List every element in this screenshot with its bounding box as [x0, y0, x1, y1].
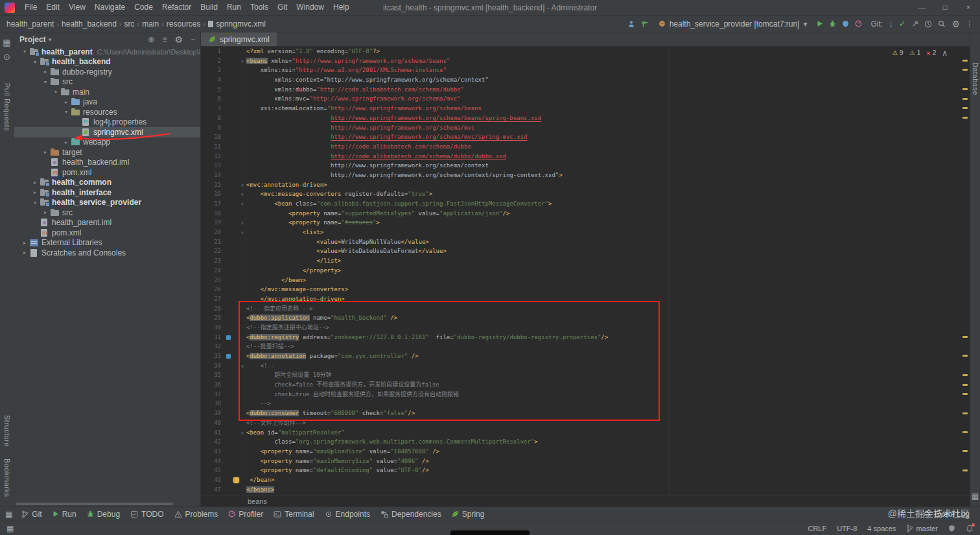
code-line[interactable]: 9http://www.springframework.org/schema/m…: [201, 123, 970, 133]
fold-icon[interactable]: ∨: [241, 190, 244, 200]
locate-icon[interactable]: ⊕: [148, 35, 154, 44]
collapse-all-icon[interactable]: ≡: [162, 35, 167, 44]
code-line[interactable]: 27</mvc:annotation-driven>: [201, 294, 970, 304]
tree-item[interactable]: ▸src: [14, 208, 200, 218]
code-text[interactable]: xmlns:mvc="http://www.springframework.or…: [246, 94, 970, 104]
tree-item[interactable]: ▾health_service_provider: [14, 198, 200, 208]
fold-icon[interactable]: ∨: [241, 228, 244, 238]
settings-icon[interactable]: ⚙: [951, 19, 960, 29]
tree-item[interactable]: ▸External Libraries: [14, 238, 200, 248]
git-branch-widget[interactable]: master: [906, 525, 938, 532]
code-line[interactable]: 29<dubbo:application name="health_backen…: [201, 313, 970, 323]
maximize-icon[interactable]: □: [933, 0, 957, 15]
more-icon[interactable]: ⋮: [966, 20, 974, 28]
toolwindow-spring[interactable]: Spring: [447, 507, 490, 521]
code-text[interactable]: http://www.springframework.org/schema/co…: [246, 161, 970, 171]
code-text[interactable]: <list>: [246, 228, 970, 237]
code-line[interactable]: 2∨<beans xmlns="http://www.springframewo…: [201, 56, 970, 66]
project-icon[interactable]: ▦: [3, 38, 10, 47]
status-crlf[interactable]: CRLF: [808, 525, 826, 532]
warning-stripe-mark[interactable]: [962, 450, 968, 452]
toolwindow-run[interactable]: Run: [47, 507, 82, 521]
tree-item[interactable]: ▸java: [14, 97, 200, 108]
code-text[interactable]: <bean id="multipartResolver": [246, 428, 970, 438]
minimize-icon[interactable]: —: [910, 0, 933, 15]
code-text[interactable]: <property name="features">: [246, 218, 970, 228]
code-text[interactable]: <value>WriteDateUseDateFormat</value>: [246, 246, 970, 256]
code-line[interactable]: 35超时全局设置 10分钟: [201, 370, 970, 380]
code-text[interactable]: </beans>: [246, 485, 970, 495]
code-text[interactable]: http://code.alibabatech.com/schema/dubbo: [246, 142, 970, 152]
code-line[interactable]: 10http://www.springframework.org/schema/…: [201, 132, 970, 142]
toolwindow-git[interactable]: Git: [16, 507, 47, 521]
code-text[interactable]: <mvc:message-converters register-default…: [246, 189, 970, 199]
warning-stripe-mark[interactable]: [962, 431, 968, 433]
code-line[interactable]: 8http://www.springframework.org/schema/b…: [201, 113, 970, 123]
chevron-expanded-icon[interactable]: ▾: [21, 49, 29, 54]
code-line[interactable]: 34∨<!--: [201, 361, 970, 371]
code-line[interactable]: 26</mvc:message-converters>: [201, 285, 970, 294]
code-text[interactable]: <mvc:annotation-driven>: [246, 180, 970, 190]
code-text[interactable]: http://code.alibabatech.com/schema/dubbo…: [246, 152, 970, 161]
project-panel-title[interactable]: Project: [19, 35, 46, 44]
code-line[interactable]: 24</property>: [201, 266, 970, 276]
fold-icon[interactable]: ∨: [241, 362, 244, 372]
search-icon[interactable]: [938, 20, 946, 28]
chevron-collapsed-icon[interactable]: ▸: [31, 189, 39, 195]
code-text[interactable]: check=false 不检查服务提供方，开发阶段建议设置为false: [246, 380, 970, 390]
build-hammer-icon[interactable]: [641, 20, 649, 28]
fold-icon[interactable]: ∨: [241, 429, 244, 438]
warning-stripe-mark[interactable]: [962, 117, 968, 119]
menu-window[interactable]: Window: [292, 0, 329, 15]
code-line[interactable]: 38-->: [201, 399, 970, 409]
breadcrumb-item[interactable]: main: [142, 19, 159, 29]
code-line[interactable]: 44<property name="maxInMemorySize" value…: [201, 457, 970, 466]
code-line[interactable]: 3xmlns:xsi="http://www.w3.org/2001/XMLSc…: [201, 65, 970, 75]
chevron-collapsed-icon[interactable]: ▸: [62, 99, 70, 105]
code-text[interactable]: http://www.springframework.org/schema/be…: [246, 113, 970, 123]
code-text[interactable]: <property name="supportedMediaTypes" val…: [246, 209, 970, 219]
update-icon[interactable]: ↓: [889, 19, 893, 28]
chevron-collapsed-icon[interactable]: ▸: [41, 149, 49, 155]
tree-item[interactable]: ▸Scratches and Consoles: [14, 248, 200, 258]
code-line[interactable]: 30<!--指定服务注册中心地址-->: [201, 323, 970, 333]
code-line[interactable]: 11http://code.alibabatech.com/schema/dub…: [201, 142, 970, 152]
warning-stripe-mark[interactable]: [962, 355, 968, 357]
close-icon[interactable]: ×: [957, 0, 980, 15]
code-line[interactable]: 42class="org.springframework.web.multipa…: [201, 437, 970, 447]
code-text[interactable]: -->: [246, 399, 970, 409]
code-text[interactable]: <property name="maxUploadSize" value="10…: [246, 447, 970, 457]
coverage-icon[interactable]: [842, 20, 849, 28]
code-line[interactable]: 43<property name="maxUploadSize" value="…: [201, 447, 970, 457]
menu-run[interactable]: Run: [222, 0, 246, 15]
breadcrumb-beans[interactable]: beans: [248, 497, 267, 505]
code-line[interactable]: 20∨<list>: [201, 228, 970, 237]
code-line[interactable]: 7xsi:schemaLocation="http://www.springfr…: [201, 104, 970, 113]
toolwindow-todo[interactable]: TODO: [125, 507, 169, 521]
layout-icon[interactable]: ▦: [972, 492, 979, 500]
chevron-expanded-icon[interactable]: ▾: [31, 200, 39, 206]
chevron-expanded-icon[interactable]: ▾: [52, 89, 60, 95]
menu-navigate[interactable]: Navigate: [90, 0, 130, 15]
code-text[interactable]: <bean class="com.alibaba.fastjson.suppor…: [246, 199, 970, 209]
breadcrumb-item[interactable]: health_backend: [62, 19, 117, 29]
inspections-widget[interactable]: ⚠9 ⚠1 ×2 ∧: [889, 48, 950, 59]
tree-item[interactable]: ▾src: [14, 77, 200, 88]
menu-code[interactable]: Code: [130, 0, 158, 15]
code-text[interactable]: <dubbo:registry address="zookeeper://127…: [246, 333, 970, 342]
code-text[interactable]: </mvc:message-converters>: [246, 285, 970, 294]
code-text[interactable]: <dubbo:annotation package="com.yyx.contr…: [246, 351, 970, 361]
code-text[interactable]: </bean>: [246, 276, 970, 285]
breadcrumb-item[interactable]: resources: [167, 19, 201, 29]
menu-file[interactable]: File: [20, 0, 41, 15]
code-text[interactable]: <dubbo:consumer timeout="600000" check="…: [246, 409, 970, 418]
debug-icon[interactable]: [829, 20, 836, 27]
intention-bulb-icon[interactable]: [233, 477, 239, 483]
code-line[interactable]: 22<value>WriteDateUseDateFormat</value>: [201, 246, 970, 256]
warnings-count[interactable]: ⚠9: [892, 49, 904, 58]
tree-item[interactable]: ▸webapp: [14, 137, 200, 148]
warning-stripe-mark[interactable]: [962, 384, 968, 386]
tree-item[interactable]: log4j.properties: [14, 117, 200, 128]
tree-item[interactable]: health_parent.iml: [14, 218, 200, 228]
chevron-collapsed-icon[interactable]: ▸: [21, 250, 29, 256]
